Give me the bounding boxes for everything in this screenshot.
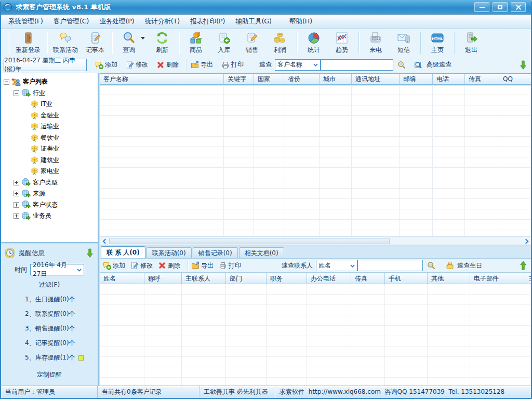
menu-statistics[interactable]: 统计分析(T) [145,17,180,26]
search-go-button[interactable] [397,61,406,69]
tree-node-appliance[interactable]: 家电业 [4,166,98,177]
column-header[interactable]: 传真 [351,273,384,284]
homepage-button[interactable]: 主页 [423,31,451,56]
menu-report-print[interactable]: 报表打印(P) [190,17,225,26]
column-header[interactable]: 电子邮件 [470,273,525,284]
column-header[interactable]: 城市 [319,74,351,84]
advanced-search-label[interactable]: 高级速查 [427,60,451,69]
delete-contact-button[interactable]: 删除 [158,261,180,270]
contact-table-body[interactable] [100,284,531,386]
sales-button[interactable]: 销售 [238,31,266,56]
column-header[interactable]: QQ [499,74,531,84]
minimize-button[interactable] [474,2,489,12]
filter-button[interactable]: 过滤(F) [1,281,98,289]
relogin-button[interactable]: 重新登录 [12,31,44,56]
print-button[interactable]: 打印 [221,60,244,69]
plus-box-icon[interactable] [14,180,19,185]
column-header[interactable]: 主联系人 [181,273,225,284]
column-header[interactable]: 其他 [427,273,470,284]
column-header[interactable]: 职务 [266,273,307,284]
tree-node-industry[interactable]: 行业 [4,88,98,99]
refresh-button[interactable]: 刷新 [148,31,176,56]
add-contact-button[interactable]: 添加 [103,261,125,270]
column-header[interactable]: 省份 [284,74,319,84]
column-header[interactable]: 客户名称 [100,74,223,84]
tree-node-it[interactable]: IT业 [4,99,98,110]
customer-table-body[interactable] [100,85,531,236]
add-customer-button[interactable]: 添加 [95,60,117,69]
reminder-item-contact[interactable]: 2、联系提醒(0)个 [25,310,98,318]
search-field-select[interactable]: 客户名称 [275,59,321,71]
edit-contact-button[interactable]: 修改 [130,261,153,270]
column-header[interactable]: 国家 [254,74,284,84]
sms-button[interactable]: 短信 [390,31,418,56]
column-header[interactable]: 传真 [464,74,499,84]
contact-field-select[interactable]: 姓名 [316,260,357,271]
tree-node-source[interactable]: 来源 [4,188,98,200]
reminder-item-sales[interactable]: 3、销售提醒(0)个 [25,324,98,333]
menu-help[interactable]: 帮助(H) [289,17,312,26]
edit-customer-button[interactable]: 修改 [126,60,148,69]
notebook-button[interactable]: 记事本 [81,31,109,56]
horizontal-scrollbar[interactable] [100,236,531,245]
delete-customer-button[interactable]: 删除 [156,60,179,69]
column-header[interactable]: 关键字 [223,74,254,84]
reminder-date-select[interactable]: 2016年 4月27日 [30,264,84,275]
column-header[interactable]: 办公电话 [307,273,351,284]
menu-system[interactable]: 系统管理(F) [8,17,43,26]
minus-box-icon[interactable] [4,79,9,85]
stock-in-button[interactable]: 入库 [210,31,238,56]
birthday-search-label[interactable]: 速查生日 [457,261,482,270]
export-button[interactable]: 导出 [191,60,213,69]
goods-button[interactable]: 商品 [182,31,210,56]
statistics-button[interactable]: 统计 [300,31,328,56]
tab-related-docs[interactable]: 相关文档(0) [239,247,284,258]
column-header[interactable]: 手机 [384,273,427,284]
incoming-call-button[interactable]: 来电 [362,31,390,56]
menu-tools[interactable]: 辅助工具(G) [235,17,271,26]
tree-node-customer-list[interactable]: 客户列表 [4,76,98,88]
column-header[interactable]: 主页 [525,273,531,284]
tree-node-status[interactable]: 客户状态 [4,200,98,211]
tab-contacts[interactable]: 联 系 人(0) [101,246,145,258]
maximize-button[interactable] [493,2,508,12]
tree-node-catering[interactable]: 餐饮业 [4,132,98,144]
column-header[interactable]: 电话 [432,74,464,84]
column-header[interactable]: 通讯地址 [351,74,399,84]
plus-box-icon[interactable] [14,191,19,196]
exit-button[interactable]: 退出 [457,31,485,56]
tab-sales-records[interactable]: 销售记录(0) [193,247,238,258]
green-up-arrow-icon[interactable] [520,260,527,271]
export-contacts-button[interactable]: 导出 [191,261,214,270]
column-header[interactable]: 邮编 [399,74,432,84]
tree-node-finance[interactable]: 金融业 [4,110,98,122]
scroll-thumb[interactable] [109,238,390,244]
green-down-arrow-icon[interactable] [520,59,527,71]
minus-box-icon[interactable] [14,90,19,96]
reminder-item-inventory[interactable]: 5、库存提醒(1)个 [25,353,98,362]
reminder-item-birthday[interactable]: 1、生日提醒(0)个 [25,295,98,304]
plus-box-icon[interactable] [14,202,19,208]
tab-contact-activity[interactable]: 联系活动(0) [147,247,192,258]
reminder-item-memo[interactable]: 4、记事提醒(0)个 [25,339,98,348]
close-button[interactable] [511,2,526,12]
quick-search-input[interactable] [321,59,393,71]
tree-node-transport[interactable]: 运输业 [4,121,98,132]
contact-search-go-button[interactable] [427,261,435,270]
custom-reminder-button[interactable]: 定制提醒 [1,370,98,379]
menu-business[interactable]: 业务处理(P) [99,17,134,26]
search-dropdown-caret-icon[interactable] [141,37,145,39]
query-button[interactable]: 查询 [115,31,143,56]
green-down-arrow-icon[interactable] [86,247,94,259]
tree-node-securities[interactable]: 证券业 [4,143,98,155]
advanced-search-button[interactable] [414,61,422,69]
column-header[interactable]: 姓名 [100,273,144,284]
column-header[interactable]: 称呼 [144,273,181,284]
column-header[interactable]: 部门 [225,273,266,284]
plus-box-icon[interactable] [14,213,19,219]
print-contacts-button[interactable]: 打印 [219,261,241,270]
tree-node-customer-type[interactable]: 客户类型 [4,177,98,189]
scroll-right-icon[interactable] [522,237,530,245]
tree-node-salesman[interactable]: 业务员 [4,210,98,222]
menu-customer[interactable]: 客户管理(C) [54,17,89,26]
